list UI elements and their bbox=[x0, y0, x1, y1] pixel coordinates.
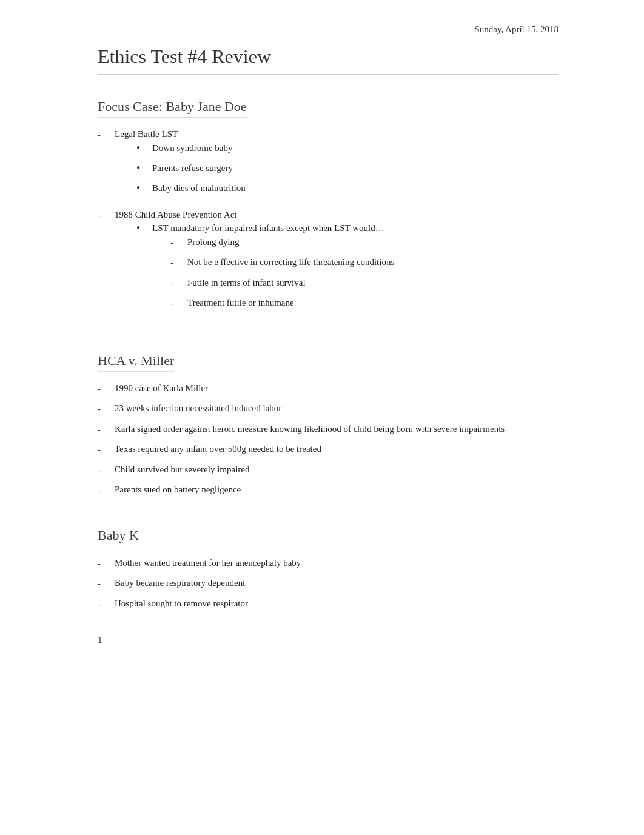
list-item: • Parents refuse surgery bbox=[136, 161, 558, 175]
dash-icon: - bbox=[170, 256, 183, 270]
list-item: - Mother wanted treatment for her anence… bbox=[98, 556, 558, 571]
dash-icon: - bbox=[98, 402, 110, 416]
page-number: 1 bbox=[98, 635, 558, 645]
list-item-text: Legal Battle LST • Down syndrome baby • … bbox=[115, 127, 558, 202]
dash-icon: - bbox=[170, 277, 183, 290]
section-heading-hca-v-miller: HCA v. Miller bbox=[98, 353, 174, 372]
list-item: • Down syndrome baby bbox=[136, 141, 558, 155]
dash-icon: - bbox=[98, 463, 110, 477]
dash-icon: - bbox=[98, 423, 110, 437]
dash-icon: - bbox=[98, 209, 110, 223]
list-item: - 1988 Child Abuse Prevention Act • LST … bbox=[98, 208, 558, 323]
section-heading-baby-k: Baby K bbox=[98, 528, 139, 546]
bullet-icon: • bbox=[136, 141, 149, 155]
dash-icon: - bbox=[98, 597, 110, 611]
bullet-list: • Down syndrome baby • Parents refuse su… bbox=[136, 141, 558, 196]
dash-icon: - bbox=[98, 577, 110, 591]
list-item: - 1990 case of Karla Miller bbox=[98, 381, 558, 396]
list-item: - Prolong dying bbox=[170, 235, 558, 250]
bullet-icon: • bbox=[136, 161, 149, 175]
dash-icon: - bbox=[170, 297, 183, 310]
list-item: - 23 weeks infection necessitated induce… bbox=[98, 401, 558, 416]
list-item: - Karla signed order against heroic meas… bbox=[98, 422, 558, 437]
list-item: - Legal Battle LST • Down syndrome baby … bbox=[98, 127, 558, 202]
bullet-icon: • bbox=[136, 221, 149, 235]
dash-icon: - bbox=[170, 236, 183, 250]
dash-icon: - bbox=[98, 557, 110, 571]
page-title: Ethics Test #4 Review bbox=[98, 45, 558, 68]
dash-icon: - bbox=[98, 443, 110, 457]
section-baby-jane-doe: Focus Case: Baby Jane Doe - Legal Battle… bbox=[98, 93, 558, 323]
bullet-icon: • bbox=[136, 181, 149, 195]
sub-dash-list: - Prolong dying - Not be e ffective in c… bbox=[170, 235, 558, 310]
list-item: - Futile in terms of infant survival bbox=[170, 276, 558, 290]
date: Sunday, April 15, 2018 bbox=[98, 24, 558, 35]
bullet-text: LST mandatory for impaired infants excep… bbox=[152, 221, 558, 317]
dash-icon: - bbox=[98, 382, 110, 396]
title-divider bbox=[98, 74, 558, 75]
list-item: - Texas required any infant over 500g ne… bbox=[98, 442, 558, 457]
dash-icon: - bbox=[98, 128, 110, 142]
page-container: Sunday, April 15, 2018 Ethics Test #4 Re… bbox=[49, 0, 595, 682]
list-item: • LST mandatory for impaired infants exc… bbox=[136, 221, 558, 317]
list-item: • Baby dies of malnutrition bbox=[136, 181, 558, 195]
bullet-list: • LST mandatory for impaired infants exc… bbox=[136, 221, 558, 317]
list-item: - Not be e ffective in correcting life t… bbox=[170, 255, 558, 270]
list-item: - Baby became respiratory dependent bbox=[98, 576, 558, 591]
list-item-text: 1988 Child Abuse Prevention Act • LST ma… bbox=[115, 208, 558, 323]
list-item: - Parents sued on battery negligence bbox=[98, 483, 558, 497]
section-heading-baby-jane-doe: Focus Case: Baby Jane Doe bbox=[98, 99, 247, 118]
list-item: - Treatment futile or inhumane bbox=[170, 296, 558, 310]
list-item: - Hospital sought to remove respirator bbox=[98, 597, 558, 611]
list-item: - Child survived but severely impaired bbox=[98, 463, 558, 477]
section-hca-v-miller: HCA v. Miller - 1990 case of Karla Mille… bbox=[98, 347, 558, 497]
dash-icon: - bbox=[98, 483, 110, 497]
section-baby-k: Baby K - Mother wanted treatment for her… bbox=[98, 521, 558, 611]
